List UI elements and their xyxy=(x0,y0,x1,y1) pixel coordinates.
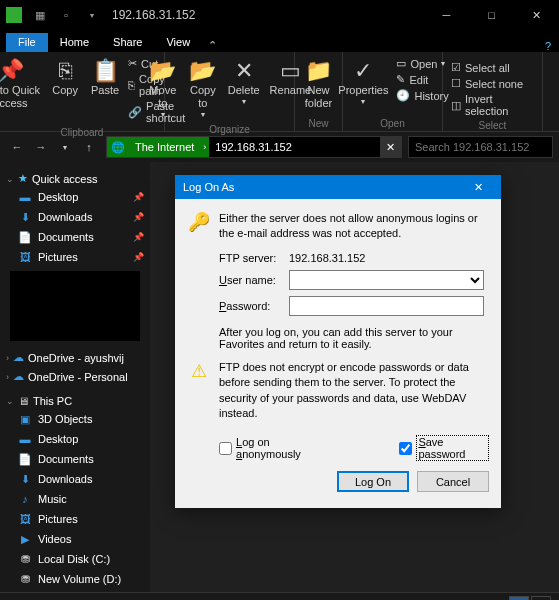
pin-icon: 📌 xyxy=(133,252,144,262)
sidebar-item-desktop[interactable]: ▬Desktop📌 xyxy=(0,187,150,207)
copyto-icon: 📂 xyxy=(188,58,218,84)
preview-thumb xyxy=(10,271,140,341)
chevron-right-icon[interactable]: › xyxy=(200,137,209,157)
forward-button[interactable]: → xyxy=(30,136,52,158)
tab-file[interactable]: File xyxy=(6,33,48,52)
search-input[interactable] xyxy=(408,136,553,158)
disk-icon: ⛃ xyxy=(18,552,32,566)
group-new: New xyxy=(308,118,328,129)
select-all-button[interactable]: ☑Select all xyxy=(449,60,536,75)
ftp-server-label: FTP server: xyxy=(219,252,289,264)
sidebar-item-pictures[interactable]: 🖼Pictures📌 xyxy=(0,247,150,267)
help-icon[interactable]: ? xyxy=(537,40,559,52)
qat-dropdown-icon[interactable]: ▾ xyxy=(82,5,102,25)
group-open: Open xyxy=(380,118,404,129)
dialog-close-button[interactable]: ✕ xyxy=(463,181,493,194)
newfolder-icon: 📁 xyxy=(304,58,334,84)
save-password-checkbox[interactable]: Save password xyxy=(399,435,489,461)
copypath-icon: ⎘ xyxy=(128,79,135,91)
qat-newfolder-icon[interactable]: ▫ xyxy=(56,5,76,25)
chevron-down-icon: ▾ xyxy=(161,110,165,120)
delete-icon: ✕ xyxy=(229,58,259,84)
logon-dialog: Log On As ✕ 🔑 Either the server does not… xyxy=(175,175,501,508)
up-button[interactable]: ↑ xyxy=(78,136,100,158)
cloud-icon: ☁ xyxy=(13,370,24,383)
cancel-button[interactable]: Cancel xyxy=(417,471,489,492)
dialog-titlebar: Log On As ✕ xyxy=(175,175,501,199)
pin-icon: 📌 xyxy=(133,192,144,202)
qat-properties-icon[interactable]: ▦ xyxy=(30,5,50,25)
sidebar-item-pc-desktop[interactable]: ▬Desktop xyxy=(0,429,150,449)
delete-button[interactable]: ✕Delete▾ xyxy=(224,56,264,109)
sidebar-item-pc-downloads[interactable]: ⬇Downloads xyxy=(0,469,150,489)
sidebar-item-disk-d[interactable]: ⛃New Volume (D:) xyxy=(0,569,150,589)
chevron-down-icon: ⌄ xyxy=(6,396,14,406)
pictures-icon: 🖼 xyxy=(18,250,32,264)
copy-button[interactable]: ⎘Copy xyxy=(46,56,84,99)
onedrive-a-header[interactable]: ›☁OneDrive - ayushvij xyxy=(0,347,150,366)
logon-button[interactable]: Log On xyxy=(337,471,409,492)
password-field[interactable] xyxy=(289,296,484,316)
sidebar-item-pc-documents[interactable]: 📄Documents xyxy=(0,449,150,469)
nav-sidebar: ⌄★Quick access ▬Desktop📌 ⬇Downloads📌 📄Do… xyxy=(0,162,150,592)
tab-share[interactable]: Share xyxy=(101,33,154,52)
sidebar-item-videos[interactable]: ▶Videos xyxy=(0,529,150,549)
select-none-button[interactable]: ☐Select none xyxy=(449,76,536,91)
breadcrumb-root[interactable]: The Internet xyxy=(129,137,200,157)
downloads-icon: ⬇ xyxy=(18,472,32,486)
recent-dropdown[interactable]: ▾ xyxy=(54,136,76,158)
clear-address-icon[interactable]: ✕ xyxy=(380,137,401,157)
tab-home[interactable]: Home xyxy=(48,33,101,52)
pin-quick-access-button[interactable]: 📌Pin to Quick access xyxy=(0,56,44,112)
app-icon xyxy=(6,7,22,23)
disk-icon: ⛃ xyxy=(18,572,32,586)
downloads-icon: ⬇ xyxy=(18,210,32,224)
close-button[interactable]: ✕ xyxy=(514,0,559,30)
title-bar: ▦ ▫ ▾ 192.168.31.152 ─ □ ✕ xyxy=(0,0,559,30)
shortcut-icon: 🔗 xyxy=(128,106,142,119)
sidebar-item-3dobjects[interactable]: ▣3D Objects xyxy=(0,409,150,429)
sidebar-item-pc-pictures[interactable]: 🖼Pictures xyxy=(0,509,150,529)
desktop-icon: ▬ xyxy=(18,190,32,204)
ribbon-tabs: File Home Share View ⌃ ? xyxy=(0,30,559,52)
sidebar-item-documents[interactable]: 📄Documents📌 xyxy=(0,227,150,247)
pin-icon: 📌 xyxy=(133,212,144,222)
sidebar-item-disk-c[interactable]: ⛃Local Disk (C:) xyxy=(0,549,150,569)
breadcrumb-path[interactable]: 192.168.31.152 xyxy=(209,137,297,157)
password-label: Password: xyxy=(219,300,289,312)
back-button[interactable]: ← xyxy=(6,136,28,158)
star-icon: ★ xyxy=(18,172,28,185)
tab-view[interactable]: View xyxy=(154,33,202,52)
copy-to-button[interactable]: 📂Copy to▾ xyxy=(184,56,222,122)
copy-icon: ⎘ xyxy=(50,58,80,84)
maximize-button[interactable]: □ xyxy=(469,0,514,30)
username-field[interactable] xyxy=(289,270,484,290)
quick-access-header[interactable]: ⌄★Quick access xyxy=(0,168,150,187)
new-folder-button[interactable]: 📁New folder xyxy=(300,56,338,112)
icons-view-button[interactable]: ▦ xyxy=(531,596,551,601)
properties-button[interactable]: ✓Properties▾ xyxy=(334,56,392,109)
sidebar-item-music[interactable]: ♪Music xyxy=(0,489,150,509)
window-title: 192.168.31.152 xyxy=(112,8,195,22)
address-bar[interactable]: 🌐 The Internet › 192.168.31.152 ✕ xyxy=(106,136,402,158)
sidebar-item-downloads[interactable]: ⬇Downloads📌 xyxy=(0,207,150,227)
pin-icon: 📌 xyxy=(0,58,25,84)
edit-icon: ✎ xyxy=(396,73,405,86)
internet-icon[interactable]: 🌐 xyxy=(107,137,129,157)
dialog-message-3: FTP does not encrypt or encode passwords… xyxy=(219,360,489,422)
quick-access-toolbar: ▦ ▫ ▾ xyxy=(30,5,102,25)
sidebar-item-disk-e[interactable]: ⛃New Volume (E:) xyxy=(0,589,150,592)
onedrive-p-header[interactable]: ›☁OneDrive - Personal xyxy=(0,366,150,385)
invert-selection-button[interactable]: ◫Invert selection xyxy=(449,92,536,118)
anonymous-checkbox[interactable]: Log on anonymously xyxy=(219,435,329,461)
move-to-button[interactable]: 📂Move to▾ xyxy=(144,56,182,122)
paste-button[interactable]: 📋Paste xyxy=(86,56,124,99)
ribbon: 📌Pin to Quick access ⎘Copy 📋Paste ✂Cut ⎘… xyxy=(0,52,559,132)
warning-icon: ⚠ xyxy=(187,360,211,422)
history-icon: 🕘 xyxy=(396,89,410,102)
this-pc-header[interactable]: ⌄🖥This PC xyxy=(0,391,150,409)
ribbon-collapse-icon[interactable]: ⌃ xyxy=(202,39,222,52)
cut-icon: ✂ xyxy=(128,57,137,70)
details-view-button[interactable]: ≡ xyxy=(509,596,529,601)
minimize-button[interactable]: ─ xyxy=(424,0,469,30)
